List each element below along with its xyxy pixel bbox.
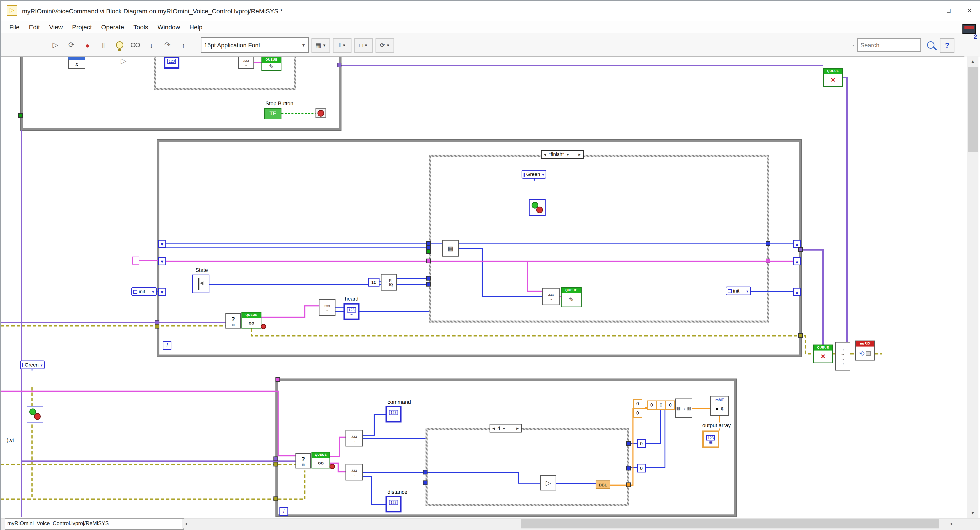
tunnel[interactable]	[626, 482, 631, 487]
array-cell[interactable]: 0	[647, 400, 656, 410]
output-array-indicator[interactable]: 123 ▦	[702, 430, 719, 448]
tunnel[interactable]	[274, 497, 278, 501]
delete-from-array-icon[interactable]: ▦	[442, 240, 459, 257]
enqueue-element-node[interactable]: QUEUE ✎	[261, 57, 282, 71]
dequeue-status-icon[interactable]: ? ▦	[226, 313, 241, 328]
tunnel[interactable]	[766, 241, 770, 246]
menu-operate[interactable]: Operate	[101, 23, 124, 30]
replace-array-subset-icon[interactable]: ▦ → ▦	[675, 398, 692, 418]
wire-queue-ref-release[interactable]	[801, 250, 823, 344]
numeric-constant-ten[interactable]: 10	[368, 278, 380, 287]
dequeue-element-node[interactable]: QUEUE oo	[242, 312, 261, 328]
string-convert-icon[interactable]: 333 →	[345, 464, 363, 481]
led-picture-icon[interactable]	[27, 406, 43, 422]
tunnel[interactable]	[426, 249, 431, 254]
menu-file[interactable]: File	[10, 23, 19, 30]
resize-objects-dropdown[interactable]: □▼	[354, 38, 373, 52]
array-cell[interactable]: 0	[633, 408, 642, 418]
titlebar[interactable]: ▷ myRIOminiVoiceCommand.vi Block Diagram…	[1, 1, 980, 21]
comparison-icon[interactable]: ▷	[121, 57, 126, 65]
numeric-constant-zero[interactable]: 0	[637, 439, 646, 448]
error-stop-indicator[interactable]	[329, 464, 335, 469]
font-selector[interactable]: 15pt Application Font ▼	[201, 37, 309, 52]
string-convert-icon[interactable]: 333 →	[238, 57, 254, 69]
horizontal-scroll-thumb[interactable]	[521, 519, 939, 528]
enum-constant-green[interactable]: Green▼	[20, 360, 45, 369]
scroll-down-button[interactable]: ▼	[967, 508, 978, 518]
tunnel[interactable]	[423, 470, 428, 474]
abort-button[interactable]: ●	[81, 38, 94, 52]
case-next-icon[interactable]: ►	[515, 426, 520, 430]
menu-view[interactable]: View	[49, 23, 63, 30]
run-button[interactable]: ▷	[49, 38, 62, 52]
empty-string-constant[interactable]	[132, 257, 139, 265]
chevron-down-icon[interactable]: ▼	[566, 152, 570, 156]
tunnel[interactable]	[423, 481, 428, 485]
wire-error-main[interactable]	[251, 328, 813, 354]
tunnel[interactable]	[274, 457, 278, 461]
string-convert-icon[interactable]: 333 →	[542, 288, 560, 305]
enum-constant-green[interactable]: Green▼	[522, 170, 546, 179]
chevron-down-icon[interactable]: ▼	[502, 426, 506, 430]
vertical-scrollbar[interactable]: ▲ ▼	[967, 56, 978, 518]
project-breadcrumb[interactable]: myRIOmini_Voice_Control.lvproj/ReMiSYS	[5, 519, 184, 530]
command-label[interactable]: command	[387, 399, 412, 405]
case-prev-icon[interactable]: ◄	[492, 426, 496, 430]
menu-help[interactable]: Help	[189, 23, 202, 30]
array-cell[interactable]: 0	[656, 400, 666, 410]
mt-write-icon[interactable]: mMT ● ¢	[710, 396, 729, 416]
output-array-label[interactable]: output array	[702, 422, 732, 428]
reorder-dropdown[interactable]: ⟳▼	[375, 38, 394, 52]
help-button[interactable]: ?	[940, 38, 955, 52]
tunnel[interactable]	[426, 259, 431, 263]
tunnel[interactable]	[799, 247, 803, 252]
shift-register-right[interactable]: ▲	[793, 288, 801, 296]
tunnel[interactable]	[155, 324, 159, 328]
tunnel[interactable]	[626, 466, 631, 470]
myrio-reset-icon[interactable]: myRIO ⟲	[855, 341, 875, 360]
menu-tools[interactable]: Tools	[134, 23, 148, 30]
distance-label[interactable]: distance	[387, 489, 408, 495]
array-cell[interactable]: 0	[666, 400, 675, 410]
tunnel[interactable]	[275, 377, 280, 382]
waveform-terminal[interactable]: 123 ~	[164, 57, 180, 69]
stop-button-label[interactable]: Stop Button	[265, 101, 294, 106]
error-stop-indicator[interactable]	[261, 324, 266, 329]
wire-distance[interactable]	[363, 476, 385, 505]
shift-register-left[interactable]: ▼	[158, 240, 166, 248]
vertical-scroll-thumb[interactable]	[968, 67, 978, 152]
scroll-up-button[interactable]: ▲	[967, 56, 978, 66]
scale-function-icon[interactable]: ▷	[540, 475, 556, 490]
tunnel[interactable]	[337, 63, 342, 67]
state-control-terminal[interactable]	[192, 275, 209, 293]
vi-name-partial-label[interactable]: ).vi	[6, 437, 14, 443]
minimize-button[interactable]: –	[918, 1, 939, 21]
highlight-execution-button[interactable]	[113, 38, 126, 52]
search-input[interactable]	[857, 38, 921, 52]
wire-deq2-a[interactable]	[330, 437, 345, 457]
case-next-icon[interactable]: ►	[578, 152, 582, 156]
led-picture-icon[interactable]	[529, 199, 546, 216]
array-cell[interactable]: 0	[633, 399, 642, 408]
sound-input-vi-icon[interactable]: ♫	[68, 57, 85, 69]
shift-register-right[interactable]: ▲	[793, 257, 801, 265]
menu-project[interactable]: Project	[72, 23, 92, 30]
shift-register-right[interactable]: ▲	[793, 240, 801, 248]
tunnel[interactable]	[626, 441, 631, 446]
tunnel[interactable]	[766, 259, 770, 263]
tunnel[interactable]	[18, 113, 23, 118]
maximize-button[interactable]: □	[939, 1, 959, 21]
wire-case2-tri[interactable]	[426, 473, 540, 483]
menu-edit[interactable]: Edit	[29, 23, 40, 30]
release-queue-node[interactable]: QUEUE ✕	[813, 344, 833, 363]
close-button[interactable]: ✕	[959, 1, 980, 21]
wire-string-build[interactable]	[528, 261, 542, 291]
device-shortcut-icon[interactable]: 2	[963, 24, 977, 40]
scroll-right-button[interactable]: >	[947, 519, 956, 528]
enum-constant-init[interactable]: init▼	[131, 287, 157, 296]
step-over-button[interactable]: ↷	[161, 38, 174, 52]
shift-register-left[interactable]: ▼	[158, 257, 166, 265]
state-label[interactable]: State	[195, 267, 208, 273]
array-constant-3[interactable]: 0 0 0	[647, 400, 675, 410]
search-button[interactable]	[924, 38, 937, 52]
